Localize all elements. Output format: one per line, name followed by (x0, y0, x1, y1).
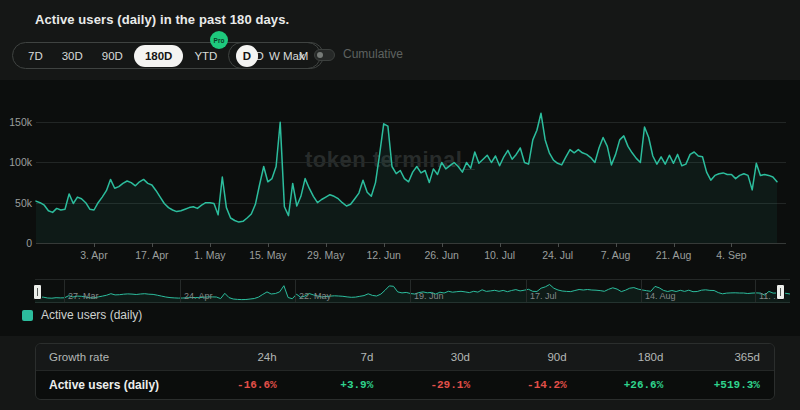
growth-value: +3.9% (291, 379, 388, 391)
minimap-gridline (526, 280, 527, 302)
toggle-knob-icon (317, 52, 323, 58)
granularity-pill-m[interactable]: M (291, 46, 317, 66)
range-pill-30d[interactable]: 30D (54, 46, 91, 66)
growth-row-label: Active users (daily) (36, 378, 194, 392)
granularity-pill-d[interactable]: D (236, 45, 258, 67)
growth-table-header-180d: 180d (581, 351, 678, 363)
growth-value: -29.1% (387, 379, 484, 391)
x-axis-label: 10. Jul (468, 249, 532, 261)
granularity-pill-w[interactable]: W (261, 46, 288, 66)
x-axis-label: 4. Sep (699, 249, 763, 261)
minimap-gridline (410, 280, 411, 302)
range-pill-7d[interactable]: 7D (20, 46, 51, 66)
minimap-date-label: 22. May (299, 291, 331, 301)
growth-value: -16.6% (194, 379, 291, 391)
growth-table-header-row: Growth rate24h7d30d90d180d365d (36, 344, 774, 370)
x-axis-label: 1. May (178, 249, 242, 261)
minimap-gridline (641, 280, 642, 302)
x-tick-mark (268, 243, 269, 247)
chart-panel: token terminal_ 050k100k150k 3. Apr17. A… (0, 80, 800, 336)
minimap-date-label: 14. Aug (645, 291, 676, 301)
minimap-date-label: 19. Jun (414, 291, 444, 301)
x-tick-mark (500, 243, 501, 247)
x-axis-label: 24. Jul (526, 249, 590, 261)
minimap-gridline (64, 280, 65, 302)
minimap-gridline (180, 280, 181, 302)
x-tick-mark (152, 243, 153, 247)
x-tick-mark (558, 243, 559, 247)
x-axis-label: 15. May (236, 249, 300, 261)
growth-value: +26.6% (581, 379, 678, 391)
x-tick-mark (616, 243, 617, 247)
x-tick-mark (674, 243, 675, 247)
x-axis-label: 3. Apr (62, 249, 126, 261)
x-axis-label: 7. Aug (584, 249, 648, 261)
growth-table-header-7d: 7d (291, 351, 388, 363)
granularity-selector: DWM (228, 42, 324, 69)
minimap-gridline (295, 280, 296, 302)
x-axis-label: 29. May (294, 249, 358, 261)
minimap-gridline (755, 280, 756, 302)
x-axis-label: 26. Jun (410, 249, 474, 261)
cumulative-toggle[interactable] (314, 49, 335, 61)
growth-rate-table: Growth rate24h7d30d90d180d365dActive use… (35, 343, 775, 400)
cumulative-label: Cumulative (343, 47, 403, 61)
minimap-handle-right[interactable] (776, 284, 785, 300)
growth-table-header-growth-rate: Growth rate (36, 351, 194, 363)
growth-value: +519.3% (677, 379, 774, 391)
growth-table-header-30d: 30d (387, 351, 484, 363)
minimap-date-label: 27. Mar (68, 291, 99, 301)
x-tick-mark (94, 243, 95, 247)
x-tick-mark (326, 243, 327, 247)
x-axis-label: 21. Aug (642, 249, 706, 261)
pro-badge: Pro (210, 31, 228, 49)
x-tick-mark (384, 243, 385, 247)
x-tick-mark (210, 243, 211, 247)
range-pill-180d[interactable]: 180D (134, 45, 184, 67)
legend-swatch (22, 310, 33, 321)
legend-item-active-users[interactable]: Active users (daily) (22, 308, 142, 322)
x-tick-mark (442, 243, 443, 247)
minimap-handle-left[interactable] (33, 284, 42, 300)
growth-value: -14.2% (484, 379, 581, 391)
x-axis-label: 17. Apr (120, 249, 184, 261)
x-axis-label: 12. Jun (352, 249, 416, 261)
growth-table-header-90d: 90d (484, 351, 581, 363)
growth-table-row: Active users (daily)-16.6%+3.9%-29.1%-14… (36, 370, 774, 399)
minimap-date-label: 17. Jul (530, 291, 557, 301)
page-title: Active users (daily) in the past 180 day… (35, 12, 289, 27)
growth-table-header-365d: 365d (677, 351, 774, 363)
legend-label: Active users (daily) (41, 308, 142, 322)
minimap-brush[interactable]: 27. Mar24. Apr22. May19. Jun17. Jul14. A… (35, 279, 790, 303)
minimap-date-label: 24. Apr (184, 291, 213, 301)
x-tick-mark (731, 243, 732, 247)
range-pill-90d[interactable]: 90D (94, 46, 131, 66)
growth-table-header-24h: 24h (194, 351, 291, 363)
